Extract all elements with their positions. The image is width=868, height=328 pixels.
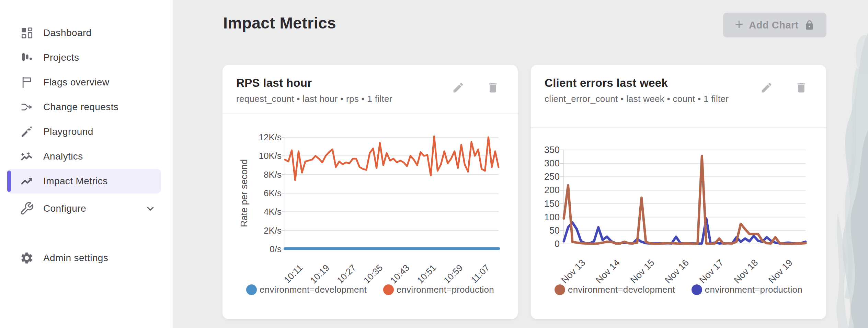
sidebar-item-analytics[interactable]: Analytics [7, 144, 161, 169]
svg-text:10:11: 10:11 [282, 262, 305, 285]
delete-trash-icon[interactable] [487, 81, 499, 94]
delete-trash-icon[interactable] [795, 81, 808, 94]
svg-text:150: 150 [544, 199, 560, 209]
sidebar-item-configure[interactable]: Configure [7, 196, 161, 221]
card-header: RPS last hour request_count • last hour … [222, 65, 518, 105]
lock-icon [804, 20, 815, 31]
sidebar-item-flags-overview[interactable]: Flags overview [7, 70, 161, 95]
svg-text:12K/s: 12K/s [259, 132, 282, 142]
card-divider [222, 114, 518, 114]
sidebar-item-label: Change requests [43, 102, 118, 113]
sparkline-stars-icon [19, 149, 34, 164]
svg-text:250: 250 [544, 172, 560, 182]
svg-text:10:19: 10:19 [308, 262, 331, 285]
card-title: Client errors last week [545, 77, 760, 90]
plus-icon: + [735, 17, 743, 32]
card-subtitle: request_count • last hour • rps • 1 filt… [236, 93, 442, 105]
sidebar-item-label: Flags overview [43, 77, 109, 88]
svg-text:10K/s: 10K/s [259, 151, 282, 161]
app-root: Dashboard Projects [0, 0, 868, 328]
sidebar-nav: Dashboard Projects [0, 0, 173, 270]
svg-text:10:51: 10:51 [415, 262, 438, 285]
svg-text:200: 200 [544, 185, 560, 195]
magic-wand-icon [19, 124, 34, 139]
card-title: RPS last hour [236, 77, 452, 90]
sidebar-item-playground[interactable]: Playground [7, 119, 161, 144]
chart-legend: environment=development environment=prod… [222, 284, 518, 295]
card-divider [531, 127, 826, 128]
svg-text:300: 300 [544, 158, 560, 168]
add-chart-label: Add Chart [749, 20, 799, 31]
main-content: Impact Metrics + Add Chart RPS last hour… [173, 0, 868, 328]
svg-text:50: 50 [549, 225, 560, 236]
flag-icon [19, 75, 34, 90]
svg-text:10:59: 10:59 [442, 262, 465, 285]
edit-pencil-icon[interactable] [452, 81, 465, 94]
trending-up-icon [19, 174, 34, 189]
legend-dot-production [383, 284, 394, 295]
sidebar-item-label: Projects [43, 52, 79, 63]
svg-text:4K/s: 4K/s [264, 207, 282, 217]
sidebar-item-label: Dashboard [43, 27, 92, 38]
svg-text:100: 100 [544, 212, 560, 222]
svg-text:Nov 16: Nov 16 [663, 257, 691, 285]
svg-text:10:35: 10:35 [362, 262, 385, 285]
merge-arrow-icon [19, 99, 34, 115]
svg-text:10:43: 10:43 [388, 262, 411, 285]
projects-bars-icon [19, 50, 34, 65]
svg-text:Nov 15: Nov 15 [628, 257, 656, 285]
sidebar-item-label: Analytics [43, 151, 83, 162]
sidebar-item-label: Configure [43, 203, 86, 214]
sidebar-item-label: Admin settings [43, 253, 108, 263]
add-chart-button[interactable]: + Add Chart [723, 13, 826, 37]
legend-item-development: environment=development [555, 284, 675, 295]
background-texture [824, 0, 868, 328]
svg-text:Nov 13: Nov 13 [559, 257, 587, 285]
chart-legend: environment=development environment=prod… [531, 284, 826, 295]
legend-dot-development [246, 284, 257, 295]
legend-label: environment=production [397, 284, 494, 295]
sidebar-item-projects[interactable]: Projects [7, 45, 161, 70]
gear-icon [19, 250, 34, 266]
svg-text:6K/s: 6K/s [264, 188, 282, 198]
dashboard-grid-icon [19, 25, 34, 40]
edit-pencil-icon[interactable] [760, 81, 773, 94]
legend-label: environment=development [568, 284, 675, 295]
chevron-down-icon[interactable] [145, 203, 156, 214]
sidebar-item-impact-metrics[interactable]: Impact Metrics [7, 169, 161, 194]
svg-text:350: 350 [544, 145, 560, 155]
legend-label: environment=production [705, 284, 802, 295]
sidebar-item-label: Playground [43, 126, 93, 137]
legend-item-production: environment=production [383, 284, 494, 295]
svg-text:0/s: 0/s [270, 244, 282, 254]
svg-text:10:27: 10:27 [335, 262, 358, 285]
page-title: Impact Metrics [223, 14, 336, 32]
svg-text:8K/s: 8K/s [264, 169, 282, 180]
sidebar-item-admin-settings[interactable]: Admin settings [7, 246, 161, 270]
wrench-icon [19, 201, 34, 216]
svg-text:2K/s: 2K/s [264, 225, 282, 236]
card-subtitle: client_error_count • last week • count •… [545, 93, 751, 105]
sidebar: Dashboard Projects [0, 0, 173, 328]
svg-text:Nov 18: Nov 18 [732, 257, 760, 285]
sidebar-item-change-requests[interactable]: Change requests [7, 95, 161, 119]
sidebar-item-label: Impact Metrics [43, 176, 108, 187]
legend-dot-production [692, 284, 702, 295]
svg-text:0: 0 [555, 239, 560, 249]
legend-dot-development [555, 284, 565, 295]
legend-label: environment=development [260, 284, 367, 295]
chart-card-rps-last-hour: RPS last hour request_count • last hour … [222, 65, 518, 319]
chart-card-client-errors: Client errors last week client_error_cou… [531, 65, 826, 319]
card-header: Client errors last week client_error_cou… [531, 65, 826, 105]
svg-text:Nov 19: Nov 19 [766, 257, 795, 285]
svg-text:Rate per second: Rate per second [239, 159, 249, 227]
sidebar-item-dashboard[interactable]: Dashboard [7, 21, 161, 45]
svg-text:11:07: 11:07 [469, 262, 492, 285]
svg-text:Nov 17: Nov 17 [697, 257, 726, 285]
legend-item-development: environment=development [246, 284, 367, 295]
legend-item-production: environment=production [692, 284, 802, 295]
svg-text:Nov 14: Nov 14 [594, 257, 622, 285]
